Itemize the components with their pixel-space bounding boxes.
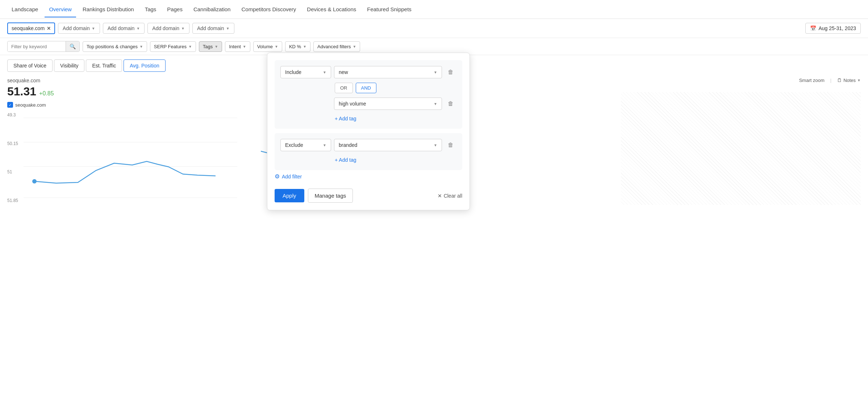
and-button[interactable]: AND [356,83,376,93]
tab-visibility[interactable]: Visibility [54,59,84,72]
search-button[interactable]: 🔍 [66,41,79,51]
nav-featured-snippets[interactable]: Featured Snippets [363,1,416,17]
tag-select-value-1: new [339,69,348,75]
nav-cannibalization[interactable]: Cannibalization [189,1,235,17]
clear-all-link[interactable]: ✕ Clear all [438,193,462,199]
exclude-select[interactable]: Exclude ▼ [280,139,331,151]
nav-competitors-discovery[interactable]: Competitors Discovery [237,1,300,17]
add-filter-link[interactable]: ⚙ Add filter [275,170,462,183]
legend-checkbox[interactable]: ✓ [7,102,13,108]
exclude-filter-section: Exclude ▼ branded ▼ 🗑 + Add tag [275,133,462,170]
notes-label: Notes [843,78,856,83]
apply-button[interactable]: Apply [275,189,304,202]
chevron-down-icon: ▼ [243,45,246,49]
close-icon: ✕ [438,193,442,199]
chart-svg [24,111,237,205]
close-domain-icon[interactable]: ✕ [47,26,51,31]
nav-tags[interactable]: Tags [141,1,161,17]
smart-zoom-label: Smart zoom [799,78,825,83]
chevron-down-icon: ▼ [857,78,861,82]
keyword-search-container: 🔍 [7,41,80,52]
top-positions-filter[interactable]: Top positions & changes ▼ [83,41,147,52]
metric-value: 51.31 [7,85,36,98]
add-domain-button-2[interactable]: Add domain ▼ [103,23,145,34]
chevron-down-icon: ▼ [188,45,192,49]
nav-devices-locations[interactable]: Devices & Locations [302,1,360,17]
chart-legend: ✓ seoquake.com [7,102,261,108]
chart-hatch-region [621,92,861,205]
chart-left-panel: seoquake.com 51.31 +0.85 ✓ seoquake.com … [7,78,261,205]
notes-icon: 🗒 [837,78,842,83]
delete-filter-row-1-button[interactable]: 🗑 [445,66,456,78]
tab-share-of-voice[interactable]: Share of Voice [7,59,53,72]
kd-percent-filter[interactable]: KD % ▼ [285,41,310,52]
keyword-search-input[interactable] [8,42,66,51]
filter-row-3: Exclude ▼ branded ▼ 🗑 [280,139,456,151]
include-filter-section: Include ▼ new ▼ 🗑 OR AND high volume ▼ 🗑… [275,60,462,129]
nav-rankings-distribution[interactable]: Rankings Distribution [78,1,138,17]
logic-toggle-row: OR AND [335,83,456,93]
chevron-down-icon: ▼ [275,45,278,49]
chevron-down-icon: ▼ [323,143,326,147]
filter-icon: ⚙ [275,173,280,180]
nav-landscape[interactable]: Landscape [7,1,42,17]
chevron-down-icon: ▼ [434,102,437,106]
exclude-select-value: Exclude [285,142,303,148]
chevron-down-icon: ▼ [181,26,185,30]
chart-svg-container: 49.3 50.15 51 51.85 [7,111,239,205]
chevron-down-icon: ▼ [353,45,356,49]
add-tag-link-2[interactable]: + Add tag [280,156,456,164]
nav-pages[interactable]: Pages [163,1,187,17]
panel-actions: Apply Manage tags ✕ Clear all [275,189,462,203]
intent-filter[interactable]: Intent ▼ [225,41,250,52]
serp-features-filter[interactable]: SERP Features ▼ [150,41,196,52]
include-select[interactable]: Include ▼ [280,66,331,78]
tab-est-traffic[interactable]: Est. Traffic [86,59,122,72]
chevron-down-icon: ▼ [214,45,218,49]
calendar-icon: 📅 [810,25,816,31]
chart-start-dot [32,179,37,183]
chevron-down-icon: ▼ [136,26,140,30]
chevron-down-icon: ▼ [139,45,143,49]
filter-row-1: Include ▼ new ▼ 🗑 [280,66,456,78]
chevron-down-icon: ▼ [434,70,437,74]
manage-tags-button[interactable]: Manage tags [308,189,353,203]
tags-panel: Include ▼ new ▼ 🗑 OR AND high volume ▼ 🗑… [267,53,470,210]
top-navigation: Landscape Overview Rankings Distribution… [0,0,868,19]
active-domain-chip[interactable]: seoquake.com ✕ [7,22,55,34]
advanced-filters[interactable]: Advanced filters ▼ [313,41,360,52]
domain-bar: seoquake.com ✕ Add domain ▼ Add domain ▼… [0,19,868,38]
chevron-down-icon: ▼ [323,70,326,74]
delete-filter-row-3-button[interactable]: 🗑 [445,139,456,151]
include-select-value: Include [285,69,301,75]
tab-avg-position[interactable]: Avg. Position [124,59,165,72]
chevron-down-icon: ▼ [92,26,95,30]
chevron-down-icon: ▼ [434,143,437,147]
chevron-down-icon: ▼ [303,45,306,49]
tag-value-select-1[interactable]: new ▼ [334,66,442,78]
add-domain-button-4[interactable]: Add domain ▼ [192,23,234,34]
domain-chip-label: seoquake.com [12,25,45,31]
tags-filter[interactable]: Tags ▼ [199,41,222,52]
add-domain-button-1[interactable]: Add domain ▼ [58,23,100,34]
y-axis-labels: 49.3 50.15 51 51.85 [7,111,24,205]
add-domain-button-3[interactable]: Add domain ▼ [147,23,189,34]
notes-button[interactable]: 🗒 Notes ▼ [837,78,861,83]
legend-label: seoquake.com [15,102,46,108]
metric-change: +0.85 [39,90,54,97]
date-range-button[interactable]: 📅 Aug 25-31, 2023 [805,23,861,34]
filter-row-2: high volume ▼ 🗑 [280,98,456,110]
chevron-down-icon: ▼ [226,26,230,30]
volume-filter[interactable]: Volume ▼ [253,41,282,52]
delete-filter-row-2-button[interactable]: 🗑 [445,98,456,110]
or-button[interactable]: OR [335,83,353,93]
tag-value-select-2[interactable]: high volume ▼ [334,98,442,110]
add-tag-link-1[interactable]: + Add tag [280,114,456,123]
tag-select-value-2: high volume [339,101,366,107]
nav-overview[interactable]: Overview [45,1,76,17]
chart-domain-label: seoquake.com [7,78,261,83]
tag-select-value-3: branded [339,142,357,148]
tag-value-select-3[interactable]: branded ▼ [334,139,442,151]
